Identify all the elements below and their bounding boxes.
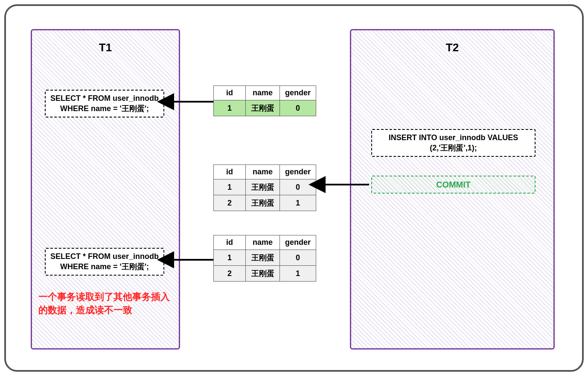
table-row: 2 王刚蛋 1 — [214, 195, 316, 211]
table-row: 1 王刚蛋 0 — [214, 100, 316, 116]
sql-select-1-line1: SELECT * FROM user_innodb — [49, 93, 160, 103]
sql-select-1-line2: WHERE name = '王刚蛋'; — [49, 103, 160, 114]
t1-title: T1 — [32, 41, 179, 54]
commit-box: COMMIT — [371, 176, 536, 194]
th-name: name — [246, 235, 280, 250]
th-gender: gender — [280, 165, 316, 179]
th-gender: gender — [280, 86, 316, 100]
sql-select-2-line1: SELECT * FROM user_innodb — [49, 251, 160, 261]
th-id: id — [214, 235, 246, 250]
sql-insert: INSERT INTO user_innodb VALUES (2,'王刚蛋',… — [371, 129, 536, 157]
sql-select-1: SELECT * FROM user_innodb WHERE name = '… — [45, 90, 164, 118]
table-row: 2 王刚蛋 1 — [214, 266, 316, 282]
result-table-3: id name gender 1 王刚蛋 0 2 王刚蛋 1 — [213, 235, 316, 282]
table-row: 1 王刚蛋 0 — [214, 179, 316, 195]
result-table-2: id name gender 1 王刚蛋 0 2 王刚蛋 1 — [213, 164, 316, 211]
th-name: name — [246, 86, 280, 100]
th-name: name — [246, 165, 280, 179]
warning-text: 一个事务读取到了其他事务插入的数据，造成读不一致 — [38, 291, 175, 317]
sql-insert-line2: (2,'王刚蛋',1); — [376, 143, 531, 153]
t2-title: T2 — [351, 41, 553, 54]
th-gender: gender — [280, 235, 316, 250]
diagram-canvas: T1 T2 SELECT * FROM user_innodb WHERE na… — [0, 0, 588, 376]
sql-select-2: SELECT * FROM user_innodb WHERE name = '… — [45, 248, 164, 276]
th-id: id — [214, 86, 246, 100]
result-table-1: id name gender 1 王刚蛋 0 — [213, 85, 316, 116]
sql-select-2-line2: WHERE name = '王刚蛋'; — [49, 261, 160, 272]
sql-insert-line1: INSERT INTO user_innodb VALUES — [376, 132, 531, 143]
th-id: id — [214, 165, 246, 179]
commit-label: COMMIT — [436, 180, 471, 189]
table-row: 1 王刚蛋 0 — [214, 250, 316, 266]
